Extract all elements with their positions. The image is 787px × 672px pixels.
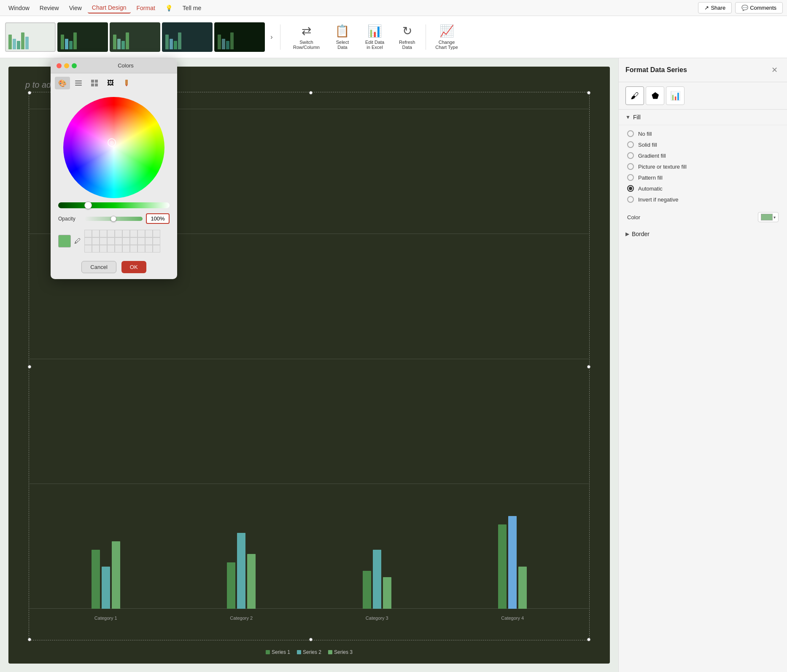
bar-cat3-s3[interactable] — [383, 577, 391, 609]
swatch-4[interactable] — [115, 230, 122, 237]
radio-no-fill[interactable] — [627, 130, 634, 137]
menu-format[interactable]: Format — [132, 3, 159, 13]
edit-data-button[interactable]: 📊 Edit Datain Excel — [361, 22, 388, 52]
bar-cat4-s2[interactable] — [508, 516, 517, 609]
styles-more-button[interactable]: › — [267, 32, 277, 42]
swatch-9[interactable] — [153, 230, 160, 237]
option-pattern-fill[interactable]: Pattern fill — [627, 174, 779, 181]
switch-row-column-button[interactable]: ⇄ SwitchRow/Column — [289, 22, 324, 52]
minimize-button[interactable] — [64, 63, 69, 68]
handle-tm[interactable] — [309, 91, 313, 94]
swatch-22[interactable] — [100, 245, 107, 253]
handle-mr[interactable] — [587, 365, 590, 368]
opacity-track[interactable] — [84, 217, 143, 221]
handle-ml[interactable] — [28, 365, 31, 368]
close-button[interactable] — [57, 63, 62, 68]
radio-solid-fill[interactable] — [627, 141, 634, 148]
swatch-27[interactable] — [137, 245, 145, 253]
chart-style-5[interactable] — [214, 22, 265, 52]
menu-review[interactable]: Review — [35, 3, 63, 13]
swatch-24[interactable] — [115, 245, 122, 253]
swatch-6[interactable] — [130, 230, 137, 237]
handle-tl[interactable] — [28, 91, 31, 94]
bar-cat4-s3[interactable] — [518, 567, 527, 609]
bar-cat1-s1[interactable] — [92, 550, 100, 609]
swatch-7[interactable] — [137, 230, 145, 237]
menu-view[interactable]: View — [65, 3, 86, 13]
option-invert-negative[interactable]: Invert if negative — [627, 196, 779, 203]
radio-invert-negative[interactable] — [627, 196, 634, 203]
bar-cat3-s1[interactable] — [363, 571, 371, 609]
option-automatic[interactable]: Automatic — [627, 185, 779, 192]
refresh-data-button[interactable]: ↻ RefreshData — [394, 22, 420, 52]
bar-cat1-s3[interactable] — [112, 541, 120, 609]
border-section-header[interactable]: ▶ Border — [619, 226, 787, 242]
handle-bl[interactable] — [28, 638, 31, 641]
bar-cat3-s2[interactable] — [373, 550, 381, 609]
tab-crayon[interactable] — [119, 77, 134, 89]
tab-sliders[interactable] — [71, 77, 86, 89]
chart-style-1[interactable] — [5, 22, 56, 52]
radio-pattern-fill[interactable] — [627, 174, 634, 181]
maximize-button[interactable] — [72, 63, 77, 68]
brightness-track[interactable] — [58, 202, 170, 208]
bar-cat2-s3[interactable] — [247, 554, 256, 609]
swatch-25[interactable] — [122, 245, 130, 253]
bar-cat1-s2[interactable] — [102, 567, 110, 609]
radio-picture-fill[interactable] — [627, 163, 634, 170]
brightness-thumb[interactable] — [84, 202, 92, 209]
swatch-5[interactable] — [122, 230, 130, 237]
swatch-13[interactable] — [107, 237, 115, 245]
colors-dialog[interactable]: Colors 🎨 🖼 ⊕ — [51, 58, 177, 279]
opacity-thumb[interactable] — [111, 216, 116, 222]
swatch-19[interactable] — [153, 237, 160, 245]
radio-automatic[interactable] — [627, 185, 634, 192]
bar-cat2-s2[interactable] — [237, 533, 245, 609]
comments-button[interactable]: 💬 Comments — [735, 2, 783, 13]
swatch-14[interactable] — [115, 237, 122, 245]
swatch-15[interactable] — [122, 237, 130, 245]
swatch-10[interactable] — [84, 237, 92, 245]
menu-tell-me[interactable]: Tell me — [178, 3, 205, 13]
swatch-28[interactable] — [145, 245, 153, 253]
fill-section-header[interactable]: ▼ Fill — [619, 110, 787, 125]
swatch-11[interactable] — [92, 237, 100, 245]
tab-color-wheel[interactable]: 🎨 — [55, 77, 70, 89]
change-chart-type-button[interactable]: 📈 ChangeChart Type — [431, 22, 462, 52]
swatch-26[interactable] — [130, 245, 137, 253]
color-swatch-button[interactable]: ▾ — [758, 212, 779, 222]
swatch-12[interactable] — [100, 237, 107, 245]
panel-close-button[interactable]: ✕ — [768, 64, 780, 76]
option-picture-fill[interactable]: Picture or texture fill — [627, 163, 779, 170]
swatch-20[interactable] — [84, 245, 92, 253]
swatch-18[interactable] — [145, 237, 153, 245]
chart-style-4[interactable] — [162, 22, 213, 52]
handle-bm[interactable] — [309, 638, 313, 641]
swatch-21[interactable] — [92, 245, 100, 253]
swatch-1[interactable] — [92, 230, 100, 237]
tab-shape[interactable]: ⬟ — [646, 86, 664, 105]
menu-chart-design[interactable]: Chart Design — [88, 3, 131, 13]
tab-bar-chart[interactable]: 📊 — [666, 86, 685, 105]
tab-fill-effects[interactable]: 🖌 — [625, 86, 644, 105]
select-data-button[interactable]: 📋 SelectData — [329, 22, 356, 52]
bar-cat2-s1[interactable] — [227, 562, 235, 609]
bar-cat4-s1[interactable] — [498, 524, 507, 609]
handle-tr[interactable] — [587, 91, 590, 94]
swatch-2[interactable] — [100, 230, 107, 237]
opacity-input[interactable] — [146, 213, 170, 224]
ok-button[interactable]: OK — [121, 261, 146, 273]
option-solid-fill[interactable]: Solid fill — [627, 141, 779, 148]
swatch-16[interactable] — [130, 237, 137, 245]
swatch-17[interactable] — [137, 237, 145, 245]
cancel-button[interactable]: Cancel — [81, 261, 116, 273]
swatch-23[interactable] — [107, 245, 115, 253]
chart-style-2[interactable] — [57, 22, 108, 52]
color-wheel[interactable]: ⊕ — [63, 97, 164, 198]
share-button[interactable]: ↗ Share — [698, 2, 732, 13]
eyedropper-icon[interactable]: 🖊 — [74, 237, 81, 245]
radio-gradient-fill[interactable] — [627, 152, 634, 159]
swatch-0[interactable] — [84, 230, 92, 237]
handle-br[interactable] — [587, 638, 590, 641]
tab-color-grid[interactable] — [87, 77, 102, 89]
